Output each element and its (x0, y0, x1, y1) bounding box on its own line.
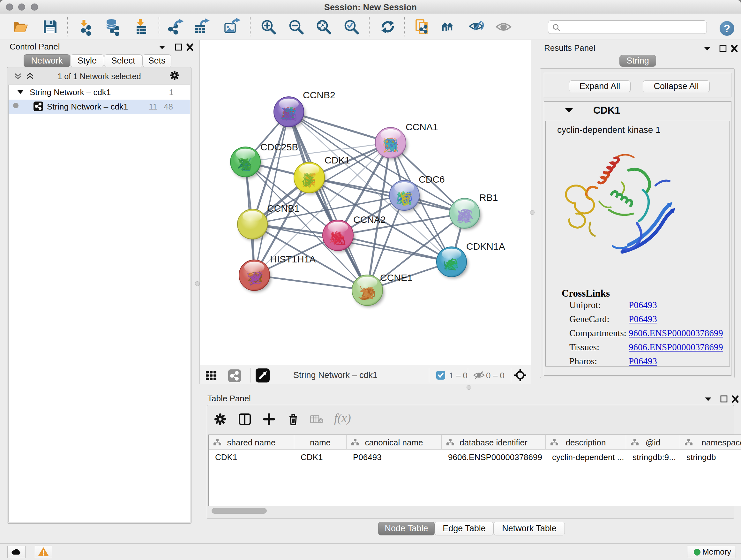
network-label: String Network – cdk1 (47, 102, 128, 112)
results-panel: Results Panel String Expand All Collapse… (534, 40, 741, 387)
copy-icon[interactable] (414, 18, 432, 36)
table-cell[interactable]: CDK1 (215, 452, 293, 462)
table-cell[interactable]: stringdb (686, 452, 741, 462)
node-label: CCNE1 (380, 272, 413, 283)
memory-button[interactable]: Memory (687, 546, 736, 558)
crosslink-link[interactable]: P06493 (629, 356, 657, 367)
table-cell[interactable]: 9606.ENSP00000378699 (448, 452, 544, 462)
warnings-button[interactable] (35, 546, 52, 558)
network-node-CDKN1A[interactable] (436, 247, 468, 278)
network-toolbar-separator (468, 368, 468, 382)
column-header-database-identifier[interactable]: database identifier (442, 435, 546, 449)
split-columns-icon[interactable] (239, 413, 251, 426)
open-in-new-window-icon[interactable] (256, 368, 270, 382)
network-node-CDC25B[interactable] (230, 147, 262, 179)
zoom-fit-icon[interactable] (315, 18, 333, 36)
network-node-HIST1H1A[interactable] (239, 260, 271, 292)
network-selection-summary: 1 of 1 Network selected (8, 72, 191, 81)
network-node-CCNA1[interactable] (375, 127, 408, 160)
export-network-icon[interactable] (167, 18, 185, 36)
crosslink-label: Compartments: (569, 328, 626, 338)
gene-section-header[interactable]: CDK1 (544, 102, 731, 120)
bottom-splitter-handle[interactable] (467, 385, 471, 390)
export-table-icon[interactable] (192, 18, 210, 36)
birds-eye-grid-icon[interactable] (205, 370, 218, 381)
crosshair-icon[interactable] (514, 369, 526, 381)
collapse-all-button[interactable]: Collapse All (643, 80, 710, 92)
refresh-icon[interactable] (379, 18, 397, 36)
close-panel-icon[interactable] (729, 44, 740, 53)
tab-select[interactable]: Select (104, 54, 142, 67)
network-collection-row[interactable]: String Network – cdk1 1 (9, 85, 190, 100)
home-icon[interactable] (441, 18, 458, 36)
table-cell[interactable]: cyclin-dependent ... (552, 452, 625, 462)
network-node-CDK1[interactable] (294, 162, 326, 194)
crosslink-link[interactable]: 9606.ENSP00000378699 (629, 342, 723, 353)
status-bar: Memory (0, 543, 741, 560)
section-caret-icon[interactable] (564, 106, 574, 115)
tab-sets[interactable]: Sets (142, 54, 172, 67)
tab-network[interactable]: Network (23, 54, 70, 67)
tab-style[interactable]: Style (70, 54, 104, 67)
network-row-selected[interactable]: String Network – cdk1 11 48 (9, 100, 190, 114)
float-panel-icon[interactable] (173, 43, 184, 52)
import-table-icon[interactable] (133, 18, 151, 36)
table-gear-icon[interactable] (214, 413, 226, 425)
node-label: CDKN1A (466, 241, 505, 252)
table-cell[interactable]: P06493 (353, 452, 441, 462)
table-cell[interactable]: stringdb:9... (632, 452, 679, 462)
search-input[interactable] (548, 20, 707, 34)
panel-menu-icon[interactable] (702, 44, 713, 53)
float-panel-icon[interactable] (718, 44, 728, 53)
column-header-description[interactable]: description (546, 435, 626, 449)
crosslink-link[interactable]: 9606.ENSP00000378699 (629, 328, 723, 338)
selected-checkbox-icon[interactable] (436, 370, 446, 380)
tab-edge-table[interactable]: Edge Table (434, 522, 494, 536)
help-button[interactable]: ? (720, 21, 734, 36)
tab-string[interactable]: String (619, 55, 656, 67)
network-node-CCNA2[interactable] (323, 220, 355, 252)
network-canvas[interactable]: CCNB2CCNA1CDC25BCDK1CDC6RB1CCNB1CCNA2CDK… (200, 40, 531, 365)
panel-menu-icon[interactable] (703, 394, 714, 404)
memory-label: Memory (702, 547, 731, 556)
network-node-RB1[interactable] (450, 198, 481, 230)
left-splitter-handle[interactable] (195, 281, 200, 286)
table-cell[interactable]: CDK1 (300, 452, 345, 462)
cloud-button[interactable] (7, 546, 25, 558)
expand-all-button[interactable]: Expand All (569, 80, 630, 92)
hide-selected-icon[interactable] (468, 18, 486, 36)
node-label: CDC25B (260, 142, 298, 152)
panel-menu-icon[interactable] (157, 43, 167, 52)
crosslink-link[interactable]: P06493 (629, 300, 657, 310)
network-share-icon[interactable] (228, 369, 241, 382)
column-header-namespace[interactable]: namespace (680, 435, 741, 449)
close-panel-icon[interactable] (185, 43, 195, 52)
import-database-icon[interactable] (105, 18, 122, 36)
node-label: CCNB1 (267, 203, 300, 213)
open-icon[interactable] (12, 18, 30, 36)
column-header-shared-name[interactable]: shared name (209, 435, 294, 449)
export-image-icon[interactable] (223, 18, 241, 36)
zoom-selected-icon[interactable] (342, 18, 360, 36)
import-network-icon[interactable] (77, 18, 95, 36)
delete-column-icon[interactable] (287, 413, 300, 426)
node-label: CCNB2 (303, 90, 335, 100)
crosslink-link[interactable]: P06493 (629, 314, 657, 324)
float-panel-icon[interactable] (718, 394, 729, 404)
zoom-out-icon[interactable] (287, 18, 305, 36)
tab-network-table[interactable]: Network Table (494, 522, 565, 536)
column-header-name[interactable]: name (294, 435, 347, 449)
zoom-in-icon[interactable] (259, 18, 277, 36)
right-splitter-handle[interactable] (530, 210, 535, 215)
column-header-canonical-name[interactable]: canonical name (347, 435, 442, 449)
table-toolbar-box: f(x) shared namenamecanonical namedataba… (207, 405, 734, 519)
show-all-icon[interactable] (495, 18, 513, 36)
gear-icon[interactable] (169, 71, 180, 80)
collapse-caret-icon[interactable] (16, 88, 24, 96)
horizontal-scrollbar-thumb[interactable] (212, 508, 267, 514)
close-panel-icon[interactable] (730, 394, 741, 404)
column-header-@id[interactable]: @id (626, 435, 680, 449)
add-column-icon[interactable] (263, 413, 275, 426)
tab-node-table[interactable]: Node Table (378, 522, 434, 536)
save-icon[interactable] (41, 18, 59, 36)
